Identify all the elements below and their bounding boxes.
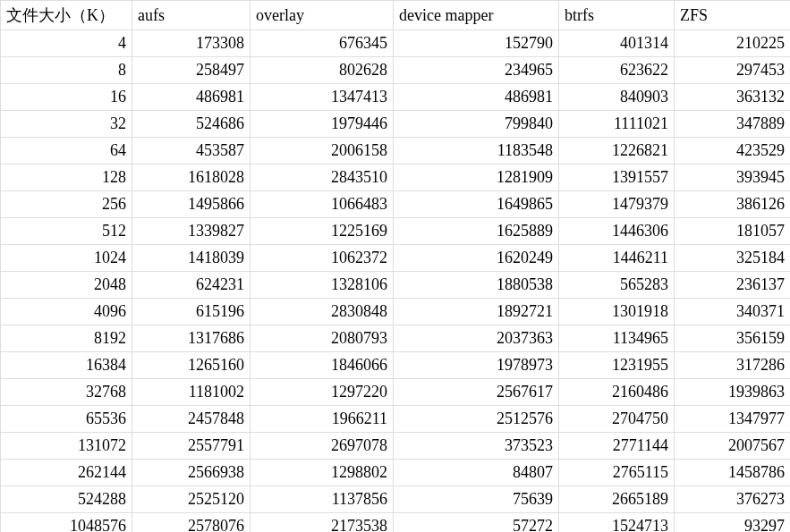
header-filesize: 文件大小（K） [1,1,132,30]
table-cell: 376273 [675,486,791,513]
table-cell: 1339827 [132,218,251,245]
table-cell: 1301918 [559,299,675,325]
table-cell: 2037363 [394,325,559,352]
table-cell: 623622 [559,57,675,84]
table-cell: 2567617 [394,379,559,406]
table-cell: 486981 [132,84,251,111]
table-cell: 2665189 [559,486,675,513]
table-cell: 1111021 [559,111,675,138]
table-cell: 2007567 [675,433,791,460]
header-devicemapper: device mapper [394,1,559,30]
table-cell: 84807 [394,460,559,486]
table-cell: 2512576 [394,406,559,433]
table-row: 5121339827122516916258891446306181057 [1,218,791,245]
table-cell: 1458786 [675,460,791,486]
table-row: 4173308676345152790401314210225 [1,30,791,57]
table-cell: 512 [1,218,132,245]
table-cell: 1892721 [394,299,559,325]
table-cell: 1328106 [251,272,394,299]
table-cell: 565283 [559,272,675,299]
table-cell: 1618028 [132,165,251,191]
table-row: 204862423113281061880538565283236137 [1,272,791,299]
table-cell: 1066483 [251,191,394,218]
table-cell: 16 [1,84,132,111]
table-cell: 2843510 [251,165,394,191]
table-cell: 8 [1,57,132,84]
table-row: 1310722557791269707837352327711442007567 [1,433,791,460]
table-cell: 1495866 [132,191,251,218]
table-cell: 2771144 [559,433,675,460]
table-cell: 236137 [675,272,791,299]
table-row: 81921317686208079320373631134965356159 [1,325,791,352]
table-cell: 363132 [675,84,791,111]
header-overlay: overlay [251,1,394,30]
table-row: 6553624578481966211251257627047501347977 [1,406,791,433]
table-header: 文件大小（K） aufs overlay device mapper btrfs… [1,1,791,30]
table-cell: 2557791 [132,433,251,460]
table-cell: 2048 [1,272,132,299]
table-cell: 356159 [675,325,791,352]
table-row: 8258497802628234965623622297453 [1,57,791,84]
table-cell: 373523 [394,433,559,460]
table-cell: 524288 [1,486,132,513]
table-cell: 181057 [675,218,791,245]
table-cell: 1446211 [559,245,675,272]
table-cell: 1225169 [251,218,394,245]
table-cell: 258497 [132,57,251,84]
table-row: 1281618028284351012819091391557393945 [1,165,791,191]
table-cell: 1939863 [675,379,791,406]
table-cell: 64 [1,138,132,165]
table-cell: 1181002 [132,379,251,406]
table-cell: 486981 [394,84,559,111]
table-row: 10241418039106237216202491446211325184 [1,245,791,272]
table-cell: 75639 [394,486,559,513]
table-cell: 1625889 [394,218,559,245]
table-cell: 16384 [1,352,132,379]
table-cell: 1317686 [132,325,251,352]
table-cell: 2080793 [251,325,394,352]
table-cell: 423529 [675,138,791,165]
table-cell: 173308 [132,30,251,57]
header-row: 文件大小（K） aufs overlay device mapper btrfs… [1,1,791,30]
table-cell: 2704750 [559,406,675,433]
table-cell: 297453 [675,57,791,84]
table-row: 10485762578076217353857272152471393297 [1,513,791,533]
header-btrfs: btrfs [559,1,675,30]
table-row: 262144256693812988028480727651151458786 [1,460,791,486]
table-cell: 1978973 [394,352,559,379]
table-cell: 524686 [132,111,251,138]
table-cell: 1024 [1,245,132,272]
table-cell: 1347413 [251,84,394,111]
table-cell: 1265160 [132,352,251,379]
table-cell: 32768 [1,379,132,406]
table-cell: 1880538 [394,272,559,299]
table-cell: 386126 [675,191,791,218]
table-row: 4096615196283084818927211301918340371 [1,299,791,325]
table-cell: 256 [1,191,132,218]
table-cell: 262144 [1,460,132,486]
table-cell: 2525120 [132,486,251,513]
table-cell: 1281909 [394,165,559,191]
table-cell: 65536 [1,406,132,433]
table-cell: 1649865 [394,191,559,218]
table-cell: 1231955 [559,352,675,379]
table-cell: 2578076 [132,513,251,533]
header-aufs: aufs [132,1,251,30]
table-cell: 2006158 [251,138,394,165]
table-cell: 1979446 [251,111,394,138]
table-cell: 2566938 [132,460,251,486]
table-cell: 1846066 [251,352,394,379]
table-cell: 2697078 [251,433,394,460]
table-cell: 1391557 [559,165,675,191]
table-cell: 401314 [559,30,675,57]
table-cell: 4 [1,30,132,57]
table-cell: 615196 [132,299,251,325]
table-cell: 1062372 [251,245,394,272]
table-cell: 2765115 [559,460,675,486]
table-cell: 32 [1,111,132,138]
data-table: 文件大小（K） aufs overlay device mapper btrfs… [0,0,790,532]
table-cell: 152790 [394,30,559,57]
table-cell: 340371 [675,299,791,325]
table-cell: 2173538 [251,513,394,533]
table-cell: 1183548 [394,138,559,165]
